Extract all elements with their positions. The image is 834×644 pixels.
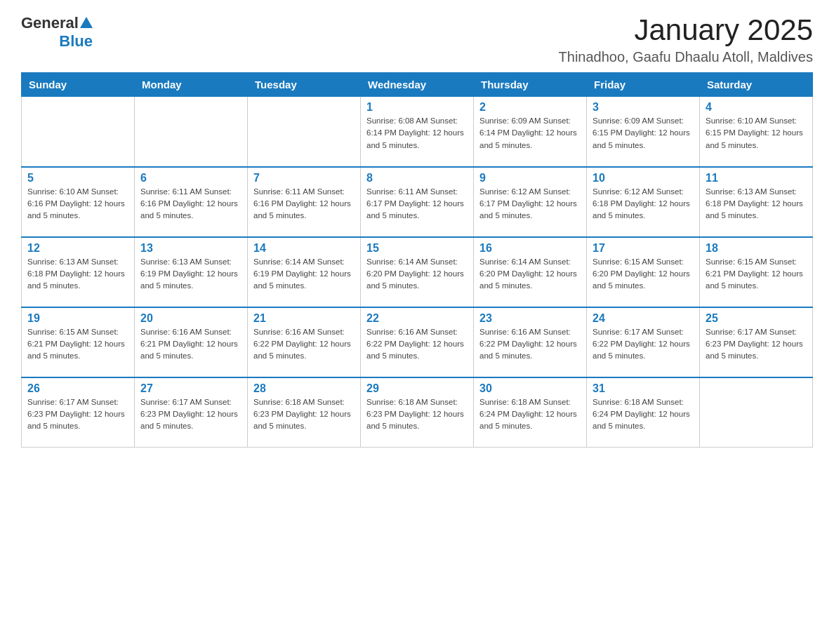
day-info: Sunrise: 6:13 AM Sunset: 6:18 PM Dayligh… xyxy=(706,186,807,222)
calendar-week-row: 19Sunrise: 6:15 AM Sunset: 6:21 PM Dayli… xyxy=(22,307,813,377)
calendar-cell: 24Sunrise: 6:17 AM Sunset: 6:22 PM Dayli… xyxy=(587,307,700,377)
calendar-cell: 1Sunrise: 6:08 AM Sunset: 6:14 PM Daylig… xyxy=(361,97,474,167)
day-info: Sunrise: 6:08 AM Sunset: 6:14 PM Dayligh… xyxy=(366,115,468,152)
logo: General Blue xyxy=(21,14,93,51)
day-info: Sunrise: 6:11 AM Sunset: 6:17 PM Dayligh… xyxy=(366,186,468,222)
day-number: 28 xyxy=(253,382,355,395)
day-number: 26 xyxy=(27,382,128,395)
calendar-cell: 15Sunrise: 6:14 AM Sunset: 6:20 PM Dayli… xyxy=(361,237,474,307)
day-info: Sunrise: 6:09 AM Sunset: 6:15 PM Dayligh… xyxy=(593,115,694,152)
day-number: 22 xyxy=(366,312,468,325)
calendar-cell: 11Sunrise: 6:13 AM Sunset: 6:18 PM Dayli… xyxy=(700,167,813,237)
calendar-cell: 29Sunrise: 6:18 AM Sunset: 6:23 PM Dayli… xyxy=(361,377,474,448)
calendar-cell xyxy=(248,97,361,167)
calendar-cell: 7Sunrise: 6:11 AM Sunset: 6:16 PM Daylig… xyxy=(248,167,361,237)
day-info: Sunrise: 6:11 AM Sunset: 6:16 PM Dayligh… xyxy=(253,186,355,222)
day-info: Sunrise: 6:16 AM Sunset: 6:21 PM Dayligh… xyxy=(140,326,241,363)
page-header: General Blue January 2025 Thinadhoo, Gaa… xyxy=(21,14,813,65)
day-number: 7 xyxy=(253,172,355,185)
day-info: Sunrise: 6:15 AM Sunset: 6:21 PM Dayligh… xyxy=(706,256,807,293)
day-number: 5 xyxy=(27,172,128,185)
day-info: Sunrise: 6:16 AM Sunset: 6:22 PM Dayligh… xyxy=(253,326,355,363)
day-info: Sunrise: 6:10 AM Sunset: 6:16 PM Dayligh… xyxy=(27,186,128,222)
day-info: Sunrise: 6:16 AM Sunset: 6:22 PM Dayligh… xyxy=(479,326,581,363)
calendar-cell: 14Sunrise: 6:14 AM Sunset: 6:19 PM Dayli… xyxy=(248,237,361,307)
logo-blue-text: Blue xyxy=(59,32,93,50)
day-info: Sunrise: 6:18 AM Sunset: 6:23 PM Dayligh… xyxy=(366,396,468,433)
day-info: Sunrise: 6:18 AM Sunset: 6:23 PM Dayligh… xyxy=(253,396,355,433)
day-info: Sunrise: 6:12 AM Sunset: 6:18 PM Dayligh… xyxy=(593,186,694,222)
day-number: 2 xyxy=(479,101,581,114)
calendar-cell: 22Sunrise: 6:16 AM Sunset: 6:22 PM Dayli… xyxy=(361,307,474,377)
day-info: Sunrise: 6:18 AM Sunset: 6:24 PM Dayligh… xyxy=(593,396,694,433)
title-area: January 2025 Thinadhoo, Gaafu Dhaalu Ato… xyxy=(559,14,813,65)
day-info: Sunrise: 6:15 AM Sunset: 6:20 PM Dayligh… xyxy=(593,256,694,293)
calendar-cell: 31Sunrise: 6:18 AM Sunset: 6:24 PM Dayli… xyxy=(587,377,700,448)
day-number: 4 xyxy=(706,101,807,114)
calendar-week-row: 5Sunrise: 6:10 AM Sunset: 6:16 PM Daylig… xyxy=(22,167,813,237)
day-number: 14 xyxy=(253,242,355,255)
day-number: 24 xyxy=(593,312,694,325)
calendar-cell: 10Sunrise: 6:12 AM Sunset: 6:18 PM Dayli… xyxy=(587,167,700,237)
day-info: Sunrise: 6:17 AM Sunset: 6:23 PM Dayligh… xyxy=(27,396,128,433)
weekday-header-wednesday: Wednesday xyxy=(361,73,474,97)
weekday-header-sunday: Sunday xyxy=(22,73,135,97)
calendar-cell: 6Sunrise: 6:11 AM Sunset: 6:16 PM Daylig… xyxy=(135,167,248,237)
day-info: Sunrise: 6:17 AM Sunset: 6:23 PM Dayligh… xyxy=(140,396,241,433)
day-number: 31 xyxy=(593,382,694,395)
calendar-cell: 27Sunrise: 6:17 AM Sunset: 6:23 PM Dayli… xyxy=(135,377,248,448)
day-number: 1 xyxy=(366,101,468,114)
day-number: 6 xyxy=(140,172,241,185)
calendar-cell: 23Sunrise: 6:16 AM Sunset: 6:22 PM Dayli… xyxy=(474,307,587,377)
calendar-cell: 8Sunrise: 6:11 AM Sunset: 6:17 PM Daylig… xyxy=(361,167,474,237)
day-number: 9 xyxy=(479,172,581,185)
day-info: Sunrise: 6:16 AM Sunset: 6:22 PM Dayligh… xyxy=(366,326,468,363)
calendar-cell: 3Sunrise: 6:09 AM Sunset: 6:15 PM Daylig… xyxy=(587,97,700,167)
calendar-cell: 16Sunrise: 6:14 AM Sunset: 6:20 PM Dayli… xyxy=(474,237,587,307)
day-number: 30 xyxy=(479,382,581,395)
day-number: 12 xyxy=(27,242,128,255)
day-info: Sunrise: 6:17 AM Sunset: 6:23 PM Dayligh… xyxy=(706,326,807,363)
day-info: Sunrise: 6:14 AM Sunset: 6:20 PM Dayligh… xyxy=(366,256,468,293)
calendar-cell: 17Sunrise: 6:15 AM Sunset: 6:20 PM Dayli… xyxy=(587,237,700,307)
calendar-cell: 19Sunrise: 6:15 AM Sunset: 6:21 PM Dayli… xyxy=(22,307,135,377)
page-title: January 2025 xyxy=(559,14,813,46)
logo-triangle-icon xyxy=(80,17,93,28)
calendar-cell xyxy=(135,97,248,167)
day-number: 21 xyxy=(253,312,355,325)
calendar-header-row: SundayMondayTuesdayWednesdayThursdayFrid… xyxy=(22,73,813,97)
day-number: 8 xyxy=(366,172,468,185)
calendar-cell: 20Sunrise: 6:16 AM Sunset: 6:21 PM Dayli… xyxy=(135,307,248,377)
day-number: 27 xyxy=(140,382,241,395)
calendar-cell: 30Sunrise: 6:18 AM Sunset: 6:24 PM Dayli… xyxy=(474,377,587,448)
day-number: 20 xyxy=(140,312,241,325)
day-info: Sunrise: 6:13 AM Sunset: 6:19 PM Dayligh… xyxy=(140,256,241,293)
day-number: 29 xyxy=(366,382,468,395)
calendar-cell xyxy=(22,97,135,167)
calendar-cell: 9Sunrise: 6:12 AM Sunset: 6:17 PM Daylig… xyxy=(474,167,587,237)
calendar-week-row: 1Sunrise: 6:08 AM Sunset: 6:14 PM Daylig… xyxy=(22,97,813,167)
day-info: Sunrise: 6:15 AM Sunset: 6:21 PM Dayligh… xyxy=(27,326,128,363)
calendar-cell: 4Sunrise: 6:10 AM Sunset: 6:15 PM Daylig… xyxy=(700,97,813,167)
calendar-table: SundayMondayTuesdayWednesdayThursdayFrid… xyxy=(21,72,813,448)
calendar-cell: 28Sunrise: 6:18 AM Sunset: 6:23 PM Dayli… xyxy=(248,377,361,448)
calendar-cell xyxy=(700,377,813,448)
day-info: Sunrise: 6:17 AM Sunset: 6:22 PM Dayligh… xyxy=(593,326,694,363)
calendar-cell: 18Sunrise: 6:15 AM Sunset: 6:21 PM Dayli… xyxy=(700,237,813,307)
calendar-cell: 2Sunrise: 6:09 AM Sunset: 6:14 PM Daylig… xyxy=(474,97,587,167)
day-number: 11 xyxy=(706,172,807,185)
day-number: 25 xyxy=(706,312,807,325)
weekday-header-friday: Friday xyxy=(587,73,700,97)
weekday-header-thursday: Thursday xyxy=(474,73,587,97)
day-number: 15 xyxy=(366,242,468,255)
day-number: 18 xyxy=(706,242,807,255)
day-number: 17 xyxy=(593,242,694,255)
day-info: Sunrise: 6:12 AM Sunset: 6:17 PM Dayligh… xyxy=(479,186,581,222)
day-info: Sunrise: 6:13 AM Sunset: 6:18 PM Dayligh… xyxy=(27,256,128,293)
day-number: 19 xyxy=(27,312,128,325)
weekday-header-saturday: Saturday xyxy=(700,73,813,97)
calendar-cell: 25Sunrise: 6:17 AM Sunset: 6:23 PM Dayli… xyxy=(700,307,813,377)
day-info: Sunrise: 6:10 AM Sunset: 6:15 PM Dayligh… xyxy=(706,115,807,152)
day-number: 23 xyxy=(479,312,581,325)
calendar-cell: 5Sunrise: 6:10 AM Sunset: 6:16 PM Daylig… xyxy=(22,167,135,237)
